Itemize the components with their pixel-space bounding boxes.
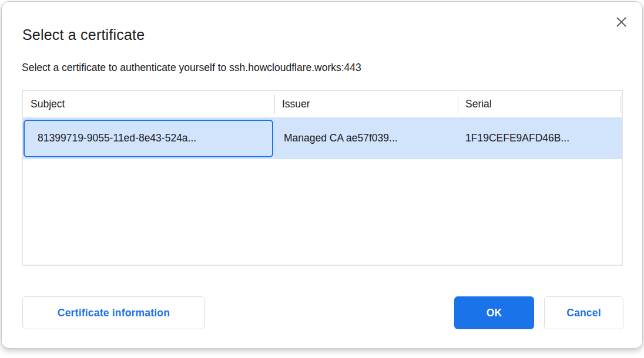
column-divider bbox=[458, 94, 458, 114]
column-divider bbox=[620, 96, 620, 113]
certificate-row-selected[interactable]: 81399719-9055-11ed-8e43-524a... Managed … bbox=[23, 117, 622, 159]
select-certificate-dialog: Select a certificate Select a certificat… bbox=[1, 1, 643, 349]
cancel-button[interactable]: Cancel bbox=[544, 296, 623, 329]
ok-button[interactable]: OK bbox=[454, 296, 534, 329]
cell-subject[interactable]: 81399719-9055-11ed-8e43-524a... bbox=[23, 117, 274, 159]
table-header-row: Subject Issuer Serial bbox=[23, 91, 622, 117]
column-header-issuer[interactable]: Issuer bbox=[274, 98, 458, 110]
certificate-information-button[interactable]: Certificate information bbox=[22, 296, 205, 329]
cell-issuer[interactable]: Managed CA ae57f039... bbox=[274, 132, 458, 144]
certificate-table: Subject Issuer Serial 81399719-9055-11ed… bbox=[22, 90, 623, 266]
close-icon bbox=[616, 16, 627, 28]
dialog-subtitle: Select a certificate to authenticate you… bbox=[22, 62, 361, 74]
column-header-serial[interactable]: Serial bbox=[458, 98, 599, 110]
cell-serial[interactable]: 1F19CEFE9AFD46B... bbox=[458, 132, 611, 144]
dialog-title: Select a certificate bbox=[22, 26, 145, 43]
column-header-subject[interactable]: Subject bbox=[23, 98, 274, 110]
column-divider bbox=[274, 94, 275, 114]
close-button[interactable] bbox=[614, 15, 628, 29]
cell-subject-text: 81399719-9055-11ed-8e43-524a... bbox=[38, 132, 196, 144]
